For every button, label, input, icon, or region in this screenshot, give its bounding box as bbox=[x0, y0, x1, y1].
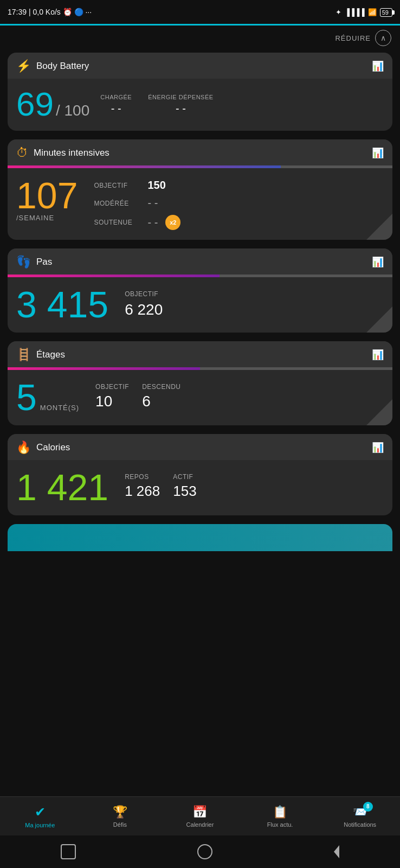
etages-objectif-label: OBJECTIF bbox=[95, 383, 129, 391]
corner-triangle bbox=[366, 307, 392, 333]
calories-body: 1 421 REPOS 1 268 ACTIF 153 bbox=[8, 460, 392, 515]
pas-value: 3 415 bbox=[16, 286, 108, 323]
mi-moderee-value: - - bbox=[147, 197, 158, 209]
cal-actif-label: ACTIF bbox=[173, 473, 196, 481]
cal-value: 1 421 bbox=[16, 469, 108, 506]
bb-slash: / 100 bbox=[56, 102, 89, 119]
signal-icon: ▐▐▐▐ bbox=[345, 8, 365, 16]
calories-title: Calories bbox=[36, 442, 70, 453]
nav-defis-label: Défis bbox=[113, 821, 127, 828]
etages-card: 🪜 Étages 📊 5 MONTÉ(S) OBJECTIF 10 bbox=[8, 341, 392, 425]
reduce-label: RÉDUIRE bbox=[335, 34, 371, 42]
flux-icon: 📋 bbox=[273, 805, 287, 819]
mi-objectif-label: OBJECTIF bbox=[94, 182, 140, 189]
mi-header: ⏱ Minutes intensives 📊 bbox=[8, 139, 392, 165]
nav-calendrier-label: Calendrier bbox=[186, 821, 214, 828]
bb-charged: CHARGÉE - - bbox=[100, 94, 132, 115]
header-left: ⚡ Body Battery bbox=[16, 59, 89, 73]
phone-square-button[interactable] bbox=[61, 844, 76, 859]
nav-calendrier[interactable]: 📅 Calendrier bbox=[160, 797, 240, 835]
bb-main: 69 / 100 CHARGÉE - - ÉNERGIE DÉPENSÉE - … bbox=[16, 87, 384, 121]
phone-bottom-bar bbox=[0, 835, 400, 868]
bb-energy-value: - - bbox=[176, 103, 186, 115]
mi-soutenue-value: - - bbox=[147, 216, 158, 229]
nav-ma-journee-label: Ma journée bbox=[25, 822, 55, 828]
scroll-content: ⚡ Body Battery 📊 69 / 100 CHARGÉE - - ÉN… bbox=[0, 50, 400, 599]
status-time: 17:39 | 0,0 Ko/s ⏰ 🔵 ··· bbox=[8, 8, 92, 16]
chart-icon[interactable]: 📊 bbox=[372, 349, 384, 361]
pas-header: 👣 Pas 📊 bbox=[8, 248, 392, 275]
pas-body: 3 415 OBJECTIF 6 220 bbox=[8, 277, 392, 333]
body-battery-card: ⚡ Body Battery 📊 69 / 100 CHARGÉE - - ÉN… bbox=[8, 53, 392, 131]
bottom-nav: ✔ Ma journée 🏆 Défis 📅 Calendrier 📋 Flux… bbox=[0, 796, 400, 835]
header-left: ⏱ Minutes intensives bbox=[16, 146, 109, 160]
status-bar: 17:39 | 0,0 Ko/s ⏰ 🔵 ··· ✦ ▐▐▐▐ 📶 59 bbox=[0, 0, 400, 24]
chart-icon[interactable]: 📊 bbox=[372, 256, 384, 268]
cal-repos-value: 1 268 bbox=[125, 483, 160, 500]
pas-icon: 👣 bbox=[16, 255, 31, 269]
chart-icon[interactable]: 📊 bbox=[372, 147, 384, 159]
pas-objectif-value: 6 220 bbox=[125, 301, 163, 318]
body-battery-title: Body Battery bbox=[36, 61, 89, 72]
bb-charged-label: CHARGÉE bbox=[100, 94, 132, 100]
mi-objectif-value: 150 bbox=[147, 179, 165, 192]
body-battery-body: 69 / 100 CHARGÉE - - ÉNERGIE DÉPENSÉE - … bbox=[8, 79, 392, 131]
mi-value-block: 107 /SEMAINE bbox=[16, 177, 78, 222]
chart-icon[interactable]: 📊 bbox=[372, 60, 384, 72]
calories-icon: 🔥 bbox=[16, 441, 31, 455]
bb-value-group: 69 / 100 bbox=[16, 87, 89, 121]
header-left: 👣 Pas bbox=[16, 255, 52, 269]
etages-header: 🪜 Étages 📊 bbox=[8, 341, 392, 367]
pas-objectif-label: OBJECTIF bbox=[125, 290, 163, 298]
etages-descendu-label: DESCENDU bbox=[142, 383, 180, 391]
nav-notifications-label: Notifications bbox=[344, 821, 376, 828]
bb-energy-label: ÉNERGIE DÉPENSÉE bbox=[148, 94, 213, 100]
wifi-icon: 📶 bbox=[368, 8, 377, 16]
mi-title: Minutes intensives bbox=[34, 148, 109, 158]
mi-moderee-row: MODÉRÉE - - bbox=[94, 197, 180, 209]
etages-objectif-value: 10 bbox=[95, 393, 129, 410]
etages-objectif: OBJECTIF 10 bbox=[95, 383, 129, 410]
mi-content: 107 /SEMAINE OBJECTIF 150 MODÉRÉE - - SO… bbox=[16, 177, 384, 230]
phone-back-button[interactable] bbox=[334, 845, 339, 858]
calendar-icon: 📅 bbox=[192, 805, 207, 819]
reduce-row: RÉDUIRE ∧ bbox=[0, 25, 400, 50]
etages-unit: MONTÉ(S) bbox=[40, 404, 79, 412]
cal-repos-label: REPOS bbox=[125, 473, 160, 481]
etages-stats: OBJECTIF 10 DESCENDU 6 bbox=[95, 379, 180, 410]
etages-body: 5 MONTÉ(S) OBJECTIF 10 DESCENDU 6 bbox=[8, 370, 392, 425]
chevron-up-icon: ∧ bbox=[380, 34, 386, 42]
phone-home-button[interactable] bbox=[197, 844, 212, 859]
chart-icon[interactable]: 📊 bbox=[372, 442, 384, 454]
cal-repos: REPOS 1 268 bbox=[125, 473, 160, 500]
mi-unit: /SEMAINE bbox=[16, 214, 78, 222]
bottom-partial-row bbox=[8, 524, 392, 551]
pas-stats: OBJECTIF 6 220 bbox=[125, 286, 163, 318]
pas-title: Pas bbox=[36, 257, 52, 267]
bluetooth-icon: ✦ bbox=[336, 8, 341, 16]
reduce-button[interactable]: ∧ bbox=[375, 30, 391, 46]
bb-stats: CHARGÉE - - ÉNERGIE DÉPENSÉE - - bbox=[100, 94, 213, 115]
body-battery-icon: ⚡ bbox=[16, 59, 31, 73]
minutes-intensives-card: ⏱ Minutes intensives 📊 107 /SEMAINE OBJE… bbox=[8, 139, 392, 240]
cal-stats: REPOS 1 268 ACTIF 153 bbox=[125, 469, 196, 500]
body-battery-header: ⚡ Body Battery 📊 bbox=[8, 53, 392, 79]
mi-objectif-row: OBJECTIF 150 bbox=[94, 179, 180, 192]
notifications-badge: 8 bbox=[363, 802, 373, 812]
mi-stats: OBJECTIF 150 MODÉRÉE - - SOUTENUE - - x2 bbox=[94, 177, 180, 230]
nav-flux-label: Flux actu. bbox=[267, 821, 293, 828]
status-right: ✦ ▐▐▐▐ 📶 59 bbox=[336, 8, 392, 16]
mi-icon: ⏱ bbox=[16, 146, 28, 160]
pas-card: 👣 Pas 📊 3 415 OBJECTIF 6 220 bbox=[8, 248, 392, 333]
nav-flux-actu[interactable]: 📋 Flux actu. bbox=[240, 797, 320, 835]
nav-defis[interactable]: 🏆 Défis bbox=[80, 797, 160, 835]
etages-value: 5 bbox=[16, 379, 37, 416]
notifications-badge-container: 📨 8 bbox=[353, 805, 367, 819]
nav-notifications[interactable]: 📨 8 Notifications bbox=[320, 797, 400, 835]
mi-soutenue-label: SOUTENUE bbox=[94, 219, 140, 226]
nav-ma-journee[interactable]: ✔ Ma journée bbox=[0, 797, 80, 835]
trophy-icon: 🏆 bbox=[113, 805, 127, 819]
etages-icon: 🪜 bbox=[16, 348, 31, 362]
battery-icon: 59 bbox=[380, 8, 392, 16]
checkmark-icon: ✔ bbox=[35, 805, 46, 820]
